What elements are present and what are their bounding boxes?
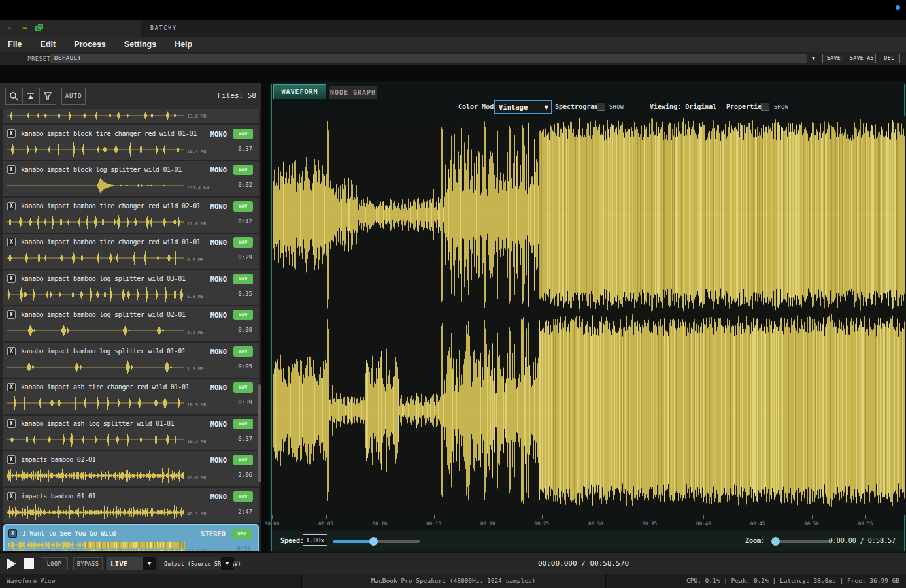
menu-file[interactable]: File	[0, 37, 31, 52]
color-mode-dropdown[interactable]: Vintage ▼	[494, 100, 552, 114]
file-size-label: 24.9 MB	[187, 475, 207, 480]
menu-edit[interactable]: Edit	[31, 37, 65, 52]
main-waveform-canvas[interactable]	[273, 116, 905, 515]
speed-value-input[interactable]: 1.00x	[303, 534, 327, 546]
file-checkbox[interactable]: X	[7, 238, 16, 246]
filter-button[interactable]	[39, 88, 56, 105]
file-item[interactable]: Xkanabo_impact_bamboo_log_splitter_wild_…	[3, 270, 259, 305]
status-bar: Waveform View MacBook Pro Speakers (4800…	[0, 574, 906, 588]
wav-badge: WAV	[233, 310, 253, 320]
menu-help[interactable]: Help	[165, 37, 201, 52]
file-item[interactable]: Xkanabo_impact_bamboo_log_splitter_wild_…	[3, 306, 259, 341]
file-waveform-canvas	[7, 395, 184, 411]
speed-slider[interactable]	[333, 540, 420, 543]
ruler-tick-label: 00:30	[588, 521, 603, 527]
output-dropdown[interactable]: Output (Source SR, WAV) ▼	[159, 557, 234, 570]
ruler-tick-label: 00:10	[373, 521, 388, 527]
file-waveform-canvas	[7, 111, 184, 120]
file-item[interactable]: Xkanabo_impact_bamboo_tire_changer_red_w…	[3, 198, 259, 233]
speed-slider-fill	[333, 540, 373, 543]
file-checkbox[interactable]: X	[7, 347, 16, 355]
search-button[interactable]	[5, 88, 22, 105]
ruler-tick-label: 00:40	[696, 521, 711, 527]
sort-icon	[26, 91, 35, 101]
file-item[interactable]: Xkanabo_impact_ash_tire_changer_red_wild…	[3, 379, 259, 414]
menu-settings[interactable]: Settings	[115, 37, 165, 52]
delete-preset-button[interactable]: DEL	[879, 54, 900, 63]
file-size-label: 46.1 MB	[187, 512, 207, 517]
channel-label: STEREO	[201, 530, 226, 538]
file-checkbox[interactable]: X	[7, 274, 16, 283]
duration-label: 2:06	[238, 472, 252, 478]
auto-button[interactable]: AUTO	[61, 88, 86, 105]
loop-button[interactable]: LOOP	[41, 557, 68, 570]
file-waveform-canvas	[7, 178, 184, 193]
preset-dropdown-arrow-icon[interactable]: ▼	[809, 54, 818, 63]
file-checkbox[interactable]: X	[7, 455, 16, 464]
file-item[interactable]: Xkanabo_impact_bamboo_log_splitter_wild_…	[3, 343, 259, 378]
channel-label: MONO	[210, 420, 227, 428]
menu-process[interactable]: Process	[65, 37, 115, 52]
ruler-tick	[488, 515, 488, 519]
file-size-label: 1.5 MB	[187, 367, 203, 372]
file-item[interactable]: XI Want to See You Go WildSTEREOWAV0:581…	[3, 524, 259, 551]
ruler-tick-label: 00:50	[804, 521, 819, 527]
sort-button[interactable]	[22, 88, 39, 105]
view-controls-row: Color Mode: Vintage ▼ Spectrogram: SHOW …	[272, 99, 904, 116]
bypass-button[interactable]: BYPASS	[73, 557, 103, 570]
tab-waveform[interactable]: WAVEFORM	[273, 84, 326, 99]
close-icon[interactable]: ✕	[4, 23, 14, 33]
save-button[interactable]: SAVE	[822, 54, 845, 63]
properties-checkbox[interactable]	[761, 103, 769, 111]
ruler-tick-label: 00:25	[534, 521, 549, 527]
ruler-tick-label: 00:15	[426, 521, 441, 527]
live-mode-value: LIVE	[110, 560, 128, 568]
file-item[interactable]: 13.6 MB	[3, 109, 259, 123]
file-waveform-canvas	[7, 287, 184, 302]
file-checkbox[interactable]: X	[7, 419, 16, 428]
zoom-slider-thumb[interactable]	[771, 537, 780, 546]
file-name: kanabo_impact_block_tire_changer_red_wil…	[21, 130, 197, 137]
spectrogram-checkbox[interactable]	[597, 103, 605, 111]
wav-badge: WAV	[233, 346, 253, 357]
file-item[interactable]: Xkanabo_impact_block_tire_changer_red_wi…	[3, 125, 259, 160]
file-waveform-canvas	[7, 323, 184, 338]
file-item[interactable]: Xkanabo_impact_ash_log_splitter_wild_01-…	[3, 416, 259, 450]
live-mode-dropdown[interactable]: LIVE ▼	[105, 557, 156, 570]
channel-label: MONO	[210, 238, 227, 246]
file-checkbox[interactable]: X	[7, 165, 16, 174]
preset-field[interactable]: DEFAULT	[50, 54, 807, 63]
stop-icon[interactable]	[24, 558, 34, 569]
file-checkbox[interactable]: X	[7, 383, 16, 391]
ruler-tick-label: 00:55	[858, 521, 873, 527]
file-checkbox[interactable]: X	[8, 529, 17, 538]
file-checkbox[interactable]: X	[7, 202, 16, 210]
zoom-slider[interactable]	[774, 540, 831, 543]
file-item[interactable]: Xkanabo_impact_block_log_splitter_wild_0…	[3, 161, 259, 196]
file-item[interactable]: Xkanabo_impact_bamboo_tire_changer_red_w…	[3, 234, 259, 269]
speed-slider-thumb[interactable]	[369, 537, 378, 546]
ruler-tick	[812, 515, 813, 519]
file-waveform-canvas	[7, 142, 184, 157]
save-as-button[interactable]: SAVE AS	[848, 54, 876, 63]
wav-badge: WAV	[233, 455, 253, 465]
tab-node-graph[interactable]: NODE GRAPH	[329, 86, 377, 99]
file-name: impacts_bamboo_02-01	[21, 456, 95, 463]
titlebar: ✕ — BATCHY	[0, 20, 906, 37]
minimize-icon[interactable]: —	[20, 23, 30, 33]
play-icon[interactable]	[7, 558, 16, 570]
color-mode-value: Vintage	[499, 103, 528, 111]
ruler-tick	[326, 515, 327, 519]
scrollbar-thumb[interactable]	[258, 384, 261, 482]
spectrogram-label: Spectrogram:	[555, 103, 602, 110]
file-checkbox[interactable]: X	[7, 492, 16, 500]
zoom-label: Zoom:	[745, 537, 765, 544]
ruler-tick	[650, 515, 650, 519]
file-item[interactable]: Ximpacts_bamboo_02-01MONOWAV2:0624.9 MB	[3, 451, 259, 486]
preset-bar: PRESET: DEFAULT ▼ SAVE SAVE AS DEL	[0, 52, 906, 65]
file-checkbox[interactable]: X	[7, 310, 16, 319]
maximize-icon[interactable]	[34, 24, 44, 35]
file-checkbox[interactable]: X	[7, 129, 16, 138]
channel-label: MONO	[210, 166, 227, 174]
file-item[interactable]: Ximpacts_bamboo_01-01MONOWAV2:4746.1 MB	[3, 488, 259, 523]
